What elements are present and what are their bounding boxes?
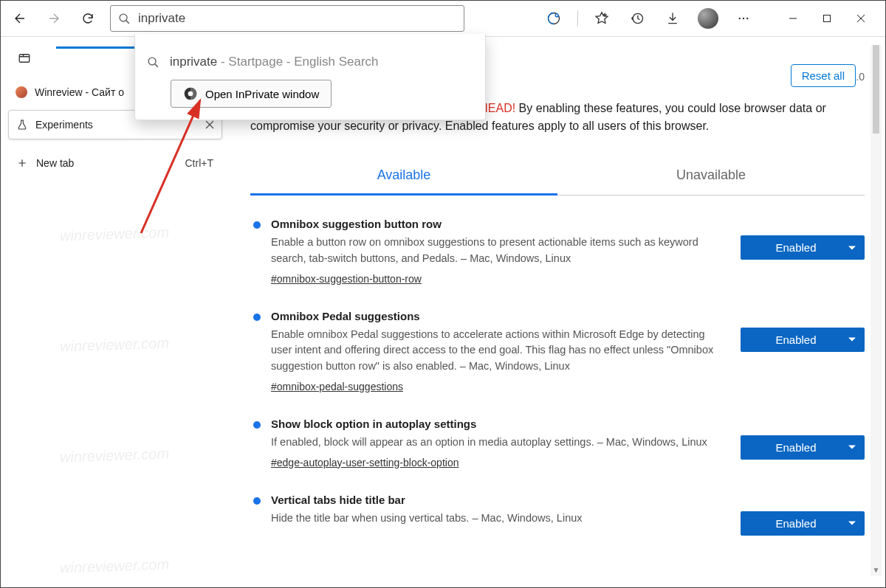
flag-state-select[interactable]: Enabled (741, 328, 865, 352)
flag-item: Show block option in autoplay settings I… (250, 418, 865, 468)
new-tab-label: New tab (36, 157, 74, 169)
plus-icon (17, 158, 27, 168)
reset-all-button[interactable]: Reset all (791, 64, 856, 87)
close-window-button[interactable] (844, 4, 878, 32)
new-tab-shortcut: Ctrl+T (185, 157, 214, 169)
flag-item: Vertical tabs hide title bar Hide the ti… (250, 494, 865, 536)
active-tab-indicator (56, 46, 137, 49)
omnibox-pedal-row: Open InPrivate window (171, 80, 473, 108)
scroll-thumb[interactable] (873, 45, 879, 134)
profile-avatar[interactable] (693, 4, 723, 32)
new-tab-button[interactable]: New tab Ctrl+T (8, 148, 222, 178)
address-input[interactable] (131, 11, 456, 26)
flag-bullet-icon (253, 221, 261, 229)
avatar-image (698, 8, 718, 29)
refresh-button[interactable] (73, 4, 103, 32)
svg-point-8 (148, 58, 156, 65)
svg-point-10 (188, 91, 193, 97)
open-inprivate-button[interactable]: Open InPrivate window (171, 80, 332, 108)
suggestion-secondary: - Startpage - English Search (217, 55, 378, 69)
inprivate-icon (183, 86, 198, 101)
flag-title: Omnibox suggestion button row (271, 218, 715, 230)
tab-actions-button[interactable] (11, 45, 38, 72)
flag-state-select[interactable]: Enabled (741, 235, 865, 260)
flag-description: Enable omnibox Pedal suggestions to acce… (271, 327, 715, 375)
favicon-icon (16, 86, 27, 98)
search-icon (147, 56, 159, 69)
address-bar[interactable] (110, 5, 464, 32)
flag-anchor-link[interactable]: #omnibox-pedal-suggestions (271, 381, 403, 392)
svg-point-5 (743, 18, 744, 19)
flag-anchor-link[interactable]: #omnibox-suggestion-button-row (271, 273, 422, 285)
tab-unavailable[interactable]: Unavailable (557, 157, 865, 195)
open-inprivate-label: Open InPrivate window (205, 88, 319, 100)
svg-point-0 (120, 14, 127, 21)
close-tab-button[interactable] (205, 120, 214, 129)
suggestion-term: inprivate (170, 55, 217, 69)
flag-title: Vertical tabs hide title bar (271, 494, 715, 506)
svg-point-6 (746, 18, 748, 19)
favorites-button[interactable] (587, 4, 617, 32)
flag-state-select[interactable]: Enabled (741, 435, 865, 460)
flask-icon (16, 119, 28, 131)
svg-point-2 (555, 14, 558, 17)
svg-rect-12 (19, 55, 30, 63)
flag-bullet-icon (253, 314, 261, 321)
tab-available[interactable]: Available (250, 157, 557, 196)
flag-title: Omnibox Pedal suggestions (271, 310, 715, 322)
flags-list: Omnibox suggestion button row Enable a b… (250, 218, 865, 536)
scroll-down-icon[interactable]: ▼ (870, 564, 882, 575)
flag-title: Show block option in autoplay settings (271, 418, 715, 430)
omnibox-suggestions: inprivate - Startpage - English Search O… (134, 34, 486, 120)
svg-rect-7 (824, 15, 831, 22)
omnibox-suggestion-row[interactable]: inprivate - Startpage - English Search (135, 47, 485, 77)
menu-button[interactable] (729, 4, 758, 32)
history-button[interactable] (622, 4, 652, 32)
browser-toolbar (1, 1, 885, 36)
flags-page: Reset all Experiments 91.0.834.0 WARNING… (230, 42, 885, 587)
flags-tabbar: Available Unavailable (250, 157, 865, 196)
flag-anchor-link[interactable]: #edge-autoplay-user-setting-block-option (271, 457, 459, 468)
flag-bullet-icon (253, 497, 261, 505)
flag-description: Hide the title bar when using vertical t… (271, 511, 715, 527)
tracking-prevention-icon[interactable] (539, 4, 569, 32)
flag-description: If enabled, block will appear as an opti… (271, 435, 715, 451)
search-icon (118, 13, 131, 25)
flag-description: Enable a button row on omnibox suggestio… (271, 235, 715, 267)
flag-item: Omnibox suggestion button row Enable a b… (250, 218, 865, 285)
forward-button[interactable] (39, 4, 69, 32)
tab-label: Experiments (35, 119, 198, 131)
flag-state-select[interactable]: Enabled (741, 511, 865, 536)
back-button[interactable] (5, 4, 35, 32)
flag-bullet-icon (253, 421, 261, 429)
toolbar-divider (577, 10, 578, 27)
minimize-button[interactable] (776, 4, 810, 32)
flag-item: Omnibox Pedal suggestions Enable omnibox… (250, 310, 865, 392)
page-scrollbar[interactable]: ▲ ▼ (870, 45, 882, 575)
svg-point-4 (739, 18, 741, 19)
maximize-button[interactable] (810, 4, 844, 32)
downloads-button[interactable] (658, 4, 687, 32)
